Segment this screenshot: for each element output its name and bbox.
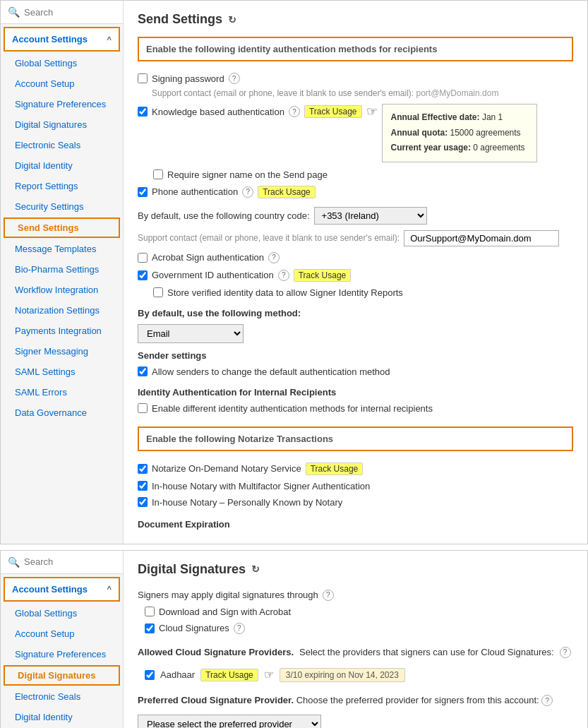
inhouse-multifactor-row: In-house Notary with Multifactor Signer … bbox=[138, 478, 573, 494]
allow-senders-checkbox[interactable] bbox=[138, 366, 148, 376]
govt-id-label: Government ID authentication bbox=[152, 270, 274, 280]
notarize-track-usage-btn[interactable]: Track Usage bbox=[306, 463, 364, 475]
sidebar-item-signature-preferences-1[interactable]: Signature Preferences bbox=[1, 94, 123, 114]
country-code-row: By default, use the following country co… bbox=[138, 204, 573, 227]
preferred-provider-select[interactable]: Please select the preferred provider bbox=[138, 715, 321, 728]
default-method-select[interactable]: Email bbox=[138, 324, 244, 343]
require-signer-label: Require signer name on the Send page bbox=[167, 169, 328, 180]
sidebar-item-workflow-1[interactable]: Workflow Integration bbox=[1, 280, 123, 300]
sidebar-item-global-settings-2[interactable]: Global Settings bbox=[1, 603, 123, 623]
signing-password-info-icon[interactable]: ? bbox=[229, 73, 240, 84]
sidebar-item-digital-signatures-2[interactable]: Digital Signatures bbox=[4, 665, 120, 686]
inhouse-personally-checkbox[interactable] bbox=[138, 497, 148, 507]
sidebar-item-digital-signatures-1[interactable]: Digital Signatures bbox=[1, 114, 123, 135]
sidebar-item-security-settings-1[interactable]: Security Settings bbox=[1, 196, 123, 217]
support-contact-placeholder-1: port@MyDomain.dom bbox=[416, 88, 499, 98]
sidebar-item-account-setup-1[interactable]: Account Setup bbox=[1, 73, 123, 94]
digital-signatures-sidebar: 🔍 Account Settings ^ Global Settings Acc… bbox=[1, 551, 124, 728]
sidebar-item-send-settings-1[interactable]: Send Settings bbox=[4, 217, 120, 238]
govt-id-info-icon[interactable]: ? bbox=[278, 270, 289, 281]
sidebar-item-signer-messaging-1[interactable]: Signer Messaging bbox=[1, 341, 123, 362]
search-bar-2[interactable]: 🔍 bbox=[1, 551, 123, 574]
sidebar-item-global-settings-1[interactable]: Global Settings bbox=[1, 53, 123, 73]
sidebar-item-message-templates-1[interactable]: Message Templates bbox=[1, 239, 123, 259]
cloud-signatures-row: Cloud Signatures ? bbox=[138, 620, 573, 637]
tooltip-annual-date: Annual Effective date: Jan 1 bbox=[391, 110, 528, 126]
acrobat-sign-row: Acrobat Sign authentication ? bbox=[138, 249, 573, 266]
sidebar-item-digital-identity-1[interactable]: Digital Identity bbox=[1, 155, 123, 176]
aadhaar-checkbox[interactable] bbox=[145, 670, 155, 680]
govt-id-track-usage-btn[interactable]: Track Usage bbox=[294, 269, 352, 282]
preferred-provider-heading-row: Preferred Cloud Signature Provider. Choo… bbox=[138, 695, 573, 707]
phone-auth-row: Phone authentication ? Track Usage bbox=[138, 183, 573, 201]
kba-info-icon[interactable]: ? bbox=[289, 106, 300, 117]
acrobat-sign-checkbox[interactable] bbox=[138, 253, 148, 263]
cloud-signatures-info-icon[interactable]: ? bbox=[234, 623, 245, 634]
phone-auth-checkbox[interactable] bbox=[138, 187, 148, 197]
kba-track-usage-btn[interactable]: Track Usage bbox=[304, 105, 362, 118]
sidebar-item-notarization-1[interactable]: Notarization Settings bbox=[1, 300, 123, 321]
internal-recipients-heading: Identity Authentication for Internal Rec… bbox=[138, 387, 573, 398]
require-signer-checkbox[interactable] bbox=[153, 169, 163, 179]
sidebar-item-account-setup-2[interactable]: Account Setup bbox=[1, 623, 123, 644]
sidebar-item-payments-1[interactable]: Payments Integration bbox=[1, 321, 123, 341]
notarize-on-demand-checkbox[interactable] bbox=[138, 464, 148, 474]
store-identity-checkbox[interactable] bbox=[153, 287, 163, 297]
aadhaar-track-usage-btn[interactable]: Track Usage bbox=[200, 669, 258, 681]
country-code-select[interactable]: +353 (Ireland) bbox=[314, 207, 427, 225]
aadhaar-cursor-hand: ☞ bbox=[264, 668, 274, 681]
search-input-2[interactable] bbox=[24, 556, 116, 567]
sidebar-item-signature-preferences-2[interactable]: Signature Preferences bbox=[1, 644, 123, 664]
govt-id-checkbox[interactable] bbox=[138, 270, 148, 280]
sidebar-item-biopharma-1[interactable]: Bio-Pharma Settings bbox=[1, 259, 123, 280]
download-sign-checkbox[interactable] bbox=[145, 607, 155, 616]
signers-may-apply-info-icon[interactable]: ? bbox=[323, 590, 334, 601]
sidebar-item-electronic-seals-2[interactable]: Electronic Seals bbox=[1, 686, 123, 707]
phone-auth-info-icon[interactable]: ? bbox=[242, 186, 253, 198]
sidebar-item-saml-errors-1[interactable]: SAML Errors bbox=[1, 382, 123, 402]
sidebar-nav-2: Global Settings Account Setup Signature … bbox=[1, 603, 123, 727]
preferred-provider-select-wrapper: Please select the preferred provider bbox=[138, 710, 573, 728]
support-contact-text-1: Support contact (email or phone, leave i… bbox=[152, 88, 414, 98]
phone-track-usage-btn[interactable]: Track Usage bbox=[258, 186, 316, 198]
inhouse-multifactor-checkbox[interactable] bbox=[138, 481, 148, 491]
preferred-provider-info-icon[interactable]: ? bbox=[541, 695, 553, 706]
preferred-provider-text: Choose the preferred provider for signer… bbox=[296, 695, 539, 705]
sidebar-item-report-settings-1[interactable]: Report Settings bbox=[1, 176, 123, 196]
search-icon-1: 🔍 bbox=[8, 6, 20, 18]
internal-recipients-row: Enable different identity authentication… bbox=[138, 400, 573, 417]
kba-checkbox[interactable] bbox=[138, 107, 148, 117]
allowed-providers-info-icon[interactable]: ? bbox=[560, 647, 571, 658]
digital-signatures-title: Digital Signatures ↻ bbox=[138, 562, 573, 577]
internal-recipients-checkbox[interactable] bbox=[138, 403, 148, 413]
search-input-1[interactable] bbox=[24, 7, 116, 18]
notarize-section-box: Enable the following Notarize Transactio… bbox=[138, 426, 573, 451]
tooltip-annual-quota-value: 15000 agreements bbox=[450, 128, 521, 138]
sidebar-nav-1: Global Settings Account Setup Signature … bbox=[1, 53, 123, 423]
refresh-icon-1[interactable]: ↻ bbox=[228, 14, 236, 25]
signing-password-checkbox[interactable] bbox=[138, 73, 148, 83]
support-email-input[interactable] bbox=[404, 230, 559, 246]
sender-settings-section: Sender settings Allow senders to change … bbox=[138, 350, 573, 380]
sidebar-item-data-governance-1[interactable]: Data Governance bbox=[1, 402, 123, 423]
search-bar-1[interactable]: 🔍 bbox=[1, 1, 123, 24]
acrobat-sign-label: Acrobat Sign authentication bbox=[152, 252, 264, 263]
tooltip-annual-quota: Annual quota: 15000 agreements bbox=[391, 126, 528, 141]
tooltip-annual-date-label: Annual Effective date: bbox=[391, 112, 480, 122]
account-settings-header-1[interactable]: Account Settings ^ bbox=[4, 27, 120, 52]
notarize-section-label: Enable the following Notarize Transactio… bbox=[146, 434, 333, 444]
sidebar-item-digital-identity-2[interactable]: Digital Identity bbox=[1, 707, 123, 727]
acrobat-sign-info-icon[interactable]: ? bbox=[268, 252, 280, 263]
account-settings-label-1: Account Settings bbox=[12, 34, 88, 44]
sidebar-item-saml-settings-1[interactable]: SAML Settings bbox=[1, 362, 123, 382]
sidebar-item-electronic-seals-1[interactable]: Electronic Seals bbox=[1, 135, 123, 155]
send-settings-title-text: Send Settings bbox=[138, 12, 222, 27]
notarize-on-demand-label: Notarize On-Demand Notary Service bbox=[152, 463, 301, 474]
account-settings-header-2[interactable]: Account Settings ^ bbox=[4, 577, 120, 602]
signing-password-row: Signing password ? bbox=[138, 70, 573, 87]
cloud-signatures-checkbox[interactable] bbox=[145, 623, 155, 633]
kba-label: Knowledge based authentication bbox=[152, 107, 284, 117]
signers-may-apply-label: Signers may apply digital signatures thr… bbox=[138, 590, 318, 600]
refresh-icon-2[interactable]: ↻ bbox=[251, 563, 260, 575]
download-sign-label: Download and Sign with Acrobat bbox=[159, 607, 291, 617]
